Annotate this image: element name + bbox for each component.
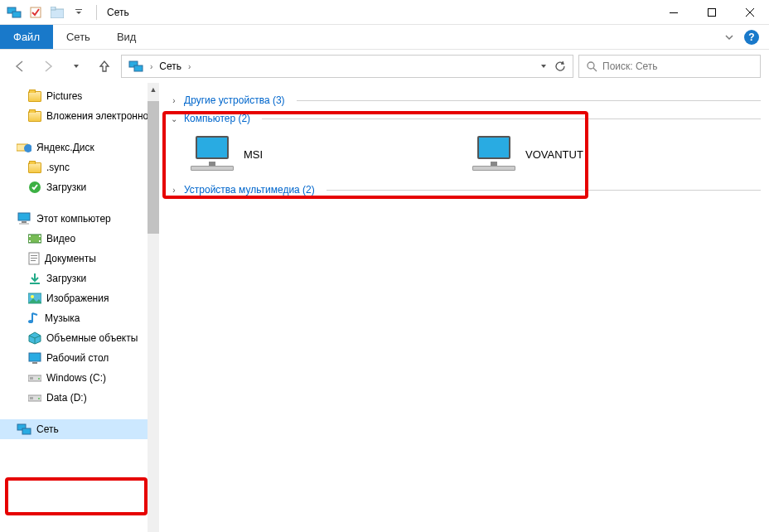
sidebar-item[interactable]: Windows (C:) (0, 368, 148, 388)
sync-icon (28, 181, 41, 194)
sidebar-item[interactable]: Вложения электронной почты (0, 106, 148, 126)
sidebar-item[interactable]: Изображения (0, 288, 148, 308)
minimize-button[interactable] (655, 0, 693, 25)
folder-icon (28, 91, 41, 102)
chevron-right-icon[interactable]: › (169, 96, 179, 105)
group-header[interactable]: ⌄Компьютер (2) (169, 109, 761, 128)
sidebar-item[interactable]: Рабочий стол (0, 348, 148, 368)
back-button[interactable] (8, 55, 31, 78)
ribbon-tab-network[interactable]: Сеть (53, 25, 104, 49)
help-icon[interactable]: ? (744, 30, 759, 45)
ribbon: Файл Сеть Вид ? (0, 25, 769, 50)
group-label: Другие устройства (3) (184, 94, 285, 106)
yadisk-icon (17, 142, 31, 153)
network-computer-item[interactable]: VOVANTUT (471, 134, 719, 174)
properties-icon[interactable] (27, 3, 45, 22)
ribbon-tab-view[interactable]: Вид (104, 25, 150, 49)
group-header[interactable]: ›Другие устройства (3) (169, 91, 761, 109)
svg-rect-13 (18, 213, 30, 220)
images-icon (28, 293, 41, 304)
sidebar-item-label: Музыка (45, 312, 80, 324)
sidebar-item-label: Яндекс.Диск (36, 142, 94, 153)
sidebar-container: PicturesВложения электронной почтыЯндекс… (0, 83, 159, 532)
sidebar-item[interactable]: Этот компьютер (0, 209, 148, 229)
sidebar-item-label: Загрузки (46, 273, 86, 284)
sidebar-item-label: Data (D:) (46, 392, 87, 404)
network-computer-item[interactable]: MSI (189, 134, 438, 174)
search-placeholder: Поиск: Сеть (602, 60, 658, 72)
breadcrumb-chevron-icon[interactable]: › (150, 62, 152, 71)
computer-icon (189, 134, 235, 174)
sidebar-item[interactable]: Музыка (0, 308, 148, 328)
svg-rect-22 (31, 255, 37, 256)
navigation-bar: › Сеть › Поиск: Сеть (0, 50, 769, 83)
sidebar-item[interactable]: .sync (0, 157, 148, 177)
pc-icon (17, 212, 31, 225)
svg-rect-3 (51, 9, 64, 18)
computer-icon (471, 134, 517, 174)
svg-point-10 (588, 62, 594, 69)
chevron-right-icon[interactable]: › (169, 186, 179, 195)
forward-button[interactable] (36, 55, 60, 78)
up-button[interactable] (93, 55, 116, 78)
close-button[interactable] (731, 0, 769, 25)
sidebar-item[interactable]: Сеть (0, 419, 148, 439)
sidebar-item-label: Pictures (46, 90, 82, 102)
scroll-up-icon[interactable]: ▲ (148, 83, 159, 96)
sidebar-item[interactable]: Яндекс.Диск (0, 138, 148, 157)
music-icon (28, 312, 40, 325)
svg-rect-38 (22, 428, 31, 434)
video-icon (28, 233, 41, 244)
maximize-button[interactable] (693, 0, 731, 25)
sidebar-item-label: Вложения электронной почты (46, 110, 148, 122)
breadcrumb-label: Сеть (159, 60, 181, 72)
sidebar-item-label: Изображения (46, 293, 109, 304)
svg-point-28 (28, 320, 33, 323)
sidebar-item[interactable]: Data (D:) (0, 388, 148, 408)
desktop-icon (28, 352, 41, 364)
sidebar-item[interactable]: Видео (0, 229, 148, 249)
sidebar-item-label: Объемные объекты (46, 332, 138, 344)
svg-rect-18 (29, 240, 31, 242)
group-header[interactable]: ›Устройства мультимедиа (2) (169, 181, 761, 199)
group-label: Компьютер (2) (184, 113, 250, 124)
quick-access-toolbar (0, 3, 93, 22)
docs-icon (28, 252, 40, 265)
sidebar-item[interactable]: Документы (0, 249, 148, 268)
cube-icon (28, 331, 41, 345)
sidebar-item[interactable]: Загрузки (0, 268, 148, 288)
recent-dropdown-icon[interactable] (65, 55, 88, 78)
titlebar-separator (96, 5, 97, 20)
ribbon-expand-icon[interactable] (724, 32, 734, 42)
address-root-icon[interactable] (125, 60, 147, 73)
qat-folder-icon[interactable] (48, 3, 66, 22)
svg-rect-30 (32, 362, 37, 364)
sidebar-item[interactable]: Загрузки (0, 177, 148, 197)
search-input[interactable]: Поиск: Сеть (578, 55, 761, 78)
ribbon-file-tab[interactable]: Файл (0, 25, 53, 49)
refresh-button[interactable] (554, 60, 566, 72)
qat-dropdown-icon[interactable] (70, 3, 88, 22)
svg-rect-29 (29, 353, 41, 361)
address-dropdown-icon[interactable] (539, 62, 548, 70)
breadcrumb-network[interactable]: Сеть (156, 60, 185, 72)
download-icon (28, 272, 41, 285)
folder-icon (28, 162, 41, 173)
sidebar-item-label: Видео (46, 233, 75, 244)
titlebar: Сеть (0, 0, 769, 25)
svg-point-36 (38, 398, 40, 399)
sidebar-item-label: Windows (C:) (46, 372, 106, 384)
sidebar-item-label: .sync (46, 162, 70, 173)
svg-rect-1 (12, 12, 21, 17)
window-title: Сеть (100, 7, 129, 18)
sidebar-item[interactable]: Объемные объекты (0, 328, 148, 348)
window-controls (655, 0, 769, 25)
address-bar[interactable]: › Сеть › (121, 55, 573, 78)
sidebar-scrollbar[interactable]: ▲ (148, 83, 159, 532)
breadcrumb-chevron-icon[interactable]: › (188, 62, 191, 71)
svg-point-27 (31, 295, 34, 298)
navigation-pane: PicturesВложения электронной почтыЯндекс… (0, 83, 148, 532)
sidebar-item[interactable]: Pictures (0, 86, 148, 106)
scroll-thumb[interactable] (148, 101, 159, 234)
chevron-down-icon[interactable]: ⌄ (169, 114, 179, 123)
